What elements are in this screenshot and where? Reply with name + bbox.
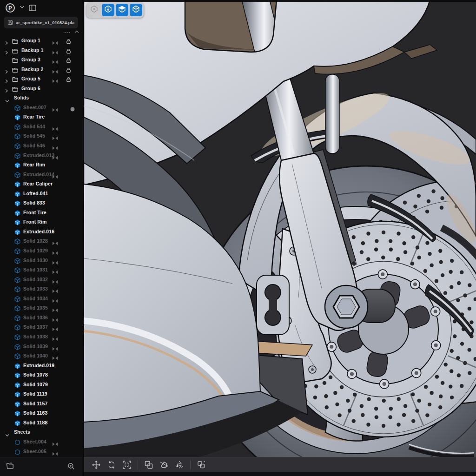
hidden-icon[interactable] <box>52 450 58 457</box>
tree-row-rear-caliper[interactable]: Rear Caliper <box>0 179 82 189</box>
tree-row-solid-1188[interactable]: Solid 1188 <box>0 418 82 428</box>
tree-row-solid-1038[interactable]: Solid 1038 <box>0 332 82 342</box>
tree-row-solid-1035[interactable]: Solid 1035 <box>0 303 82 313</box>
ellipsis-icon[interactable] <box>64 27 70 35</box>
zoom-search-icon[interactable] <box>67 463 75 472</box>
selection-mode-face-button[interactable] <box>116 4 128 16</box>
panel-toggle-icon[interactable] <box>29 5 36 11</box>
selection-mode-edge-button[interactable] <box>102 4 114 16</box>
tree-row-solid-1079[interactable]: Solid 1079 <box>0 380 82 390</box>
tree-actions <box>64 28 79 34</box>
tree-row-backup-2[interactable]: Backup 2 <box>0 65 82 74</box>
tree-row-solid-1037[interactable]: Solid 1037 <box>0 322 82 332</box>
array-button[interactable] <box>194 459 208 471</box>
tree-row-solid-544[interactable]: Solid 544 <box>0 122 82 132</box>
tree-item-label: Backup 1 <box>21 47 44 53</box>
selection-mode-solid-button[interactable] <box>130 4 142 16</box>
solid-cube-icon <box>14 200 20 208</box>
viewport-bottom-edge <box>84 472 476 476</box>
tree-row-solid-1030[interactable]: Solid 1030 <box>0 256 82 265</box>
tree-item-label: Solid 546 <box>23 143 45 148</box>
viewport-3d-scene[interactable] <box>84 0 476 476</box>
move-button[interactable] <box>89 459 103 471</box>
tree-item-label: Lofted.041 <box>23 191 48 196</box>
tree-row-front-tire[interactable]: Front Tire <box>0 208 82 218</box>
tree-item-label: Group 5 <box>21 76 40 81</box>
app-window: P ar_sportbike_v1_010824.pla... Group 1B… <box>0 0 476 476</box>
lock-icon[interactable] <box>66 76 71 84</box>
solid-cube-icon <box>14 191 20 199</box>
solid-cube-icon <box>14 258 20 266</box>
tree-row-lofted-041[interactable]: Lofted.041 <box>0 189 82 198</box>
tree-item-label: Front Rim <box>23 219 46 225</box>
mirror-button[interactable] <box>172 459 186 471</box>
tree-row-front-rim[interactable]: Front Rim <box>0 217 82 227</box>
lock-icon[interactable] <box>66 47 71 56</box>
tree-row-solid-1028[interactable]: Solid 1028 <box>0 236 82 246</box>
tree-row-solid-1036[interactable]: Solid 1036 <box>0 313 82 323</box>
boolean-button[interactable] <box>142 459 156 471</box>
tree-row-solids[interactable]: Solids <box>0 93 82 103</box>
tree-row-solid-1031[interactable]: Solid 1031 <box>0 265 82 275</box>
solid-cube-icon <box>14 172 20 180</box>
toolbar-separator <box>138 460 138 469</box>
tree-row-solid-546[interactable]: Solid 546 <box>0 141 82 151</box>
tree-item-label: Solid 1039 <box>23 344 48 349</box>
tree-row-backup-1[interactable]: Backup 1 <box>0 46 82 55</box>
tree-item-label: Sheet.004 <box>23 439 46 444</box>
tree-row-group-1[interactable]: Group 1 <box>0 36 82 46</box>
tree-row-solid-1029[interactable]: Solid 1029 <box>0 246 82 256</box>
lock-icon[interactable] <box>66 38 71 46</box>
tree-row-rear-tire[interactable]: Rear Tire <box>0 112 82 122</box>
tree-item-label: Solid 1036 <box>23 315 48 320</box>
solid-cube-icon <box>14 391 20 399</box>
scale-button[interactable] <box>120 459 134 471</box>
tree-row-solid-1032[interactable]: Solid 1032 <box>0 275 82 284</box>
boolean-icon <box>144 460 153 469</box>
outliner-tree: Group 1Backup 1Group 3Backup 2Group 5Gro… <box>0 36 82 457</box>
cut-button[interactable] <box>157 459 171 471</box>
tree-item-label: Extruded.019 <box>23 363 54 368</box>
app-logo[interactable]: P <box>6 3 15 13</box>
tree-row-solid-1034[interactable]: Solid 1034 <box>0 294 82 304</box>
tree-row-solid-833[interactable]: Solid 833 <box>0 198 82 208</box>
lock-icon[interactable] <box>66 66 71 75</box>
tree-row-sheets[interactable]: Sheets <box>0 427 82 437</box>
chevron-up-icon[interactable] <box>74 27 79 35</box>
tree-row-group-3[interactable]: Group 3 <box>0 55 82 65</box>
tree-row-solid-1078[interactable]: Solid 1078 <box>0 370 82 380</box>
tree-row-sheet-007[interactable]: Sheet.007 <box>0 103 82 112</box>
lock-icon[interactable] <box>66 57 71 65</box>
solid-cube-icon <box>14 353 20 361</box>
tree-row-rear-rim[interactable]: Rear Rim <box>0 160 82 170</box>
tree-row-solid-1033[interactable]: Solid 1033 <box>0 284 82 294</box>
tree-item-label: Solid 1028 <box>23 238 48 244</box>
new-group-icon[interactable] <box>6 463 14 471</box>
tree-row-solid-1163[interactable]: Solid 1163 <box>0 408 82 418</box>
tree-row-solid-545[interactable]: Solid 545 <box>0 131 82 141</box>
selection-mode-control-point-button[interactable] <box>88 4 100 16</box>
rotate-button[interactable] <box>105 459 119 471</box>
tree-row-solid-1119[interactable]: Solid 1119 <box>0 389 82 399</box>
solid-cube-icon <box>14 162 20 170</box>
tree-row-solid-1157[interactable]: Solid 1157 <box>0 399 82 409</box>
solid-cube-icon <box>14 401 20 409</box>
toolbar-separator <box>190 460 191 469</box>
chevron-down-icon[interactable] <box>20 5 25 9</box>
tree-row-sheet-005[interactable]: Sheet.005 <box>0 447 82 456</box>
solid-cube-icon <box>14 315 20 323</box>
tree-row-solid-1039[interactable]: Solid 1039 <box>0 342 82 351</box>
tree-row-extruded-016[interactable]: Extruded.016 <box>0 227 82 237</box>
tree-row-extruded-014[interactable]: Extruded.014 <box>0 170 82 179</box>
sidebar: P ar_sportbike_v1_010824.pla... Group 1B… <box>0 0 84 476</box>
tree-row-sheet-004[interactable]: Sheet.004 <box>0 437 82 447</box>
tree-row-extruded-013[interactable]: Extruded.013 <box>0 151 82 160</box>
tree-row-group-5[interactable]: Group 5 <box>0 74 82 84</box>
solid-cube-icon <box>14 324 20 332</box>
viewport[interactable] <box>84 0 476 476</box>
tree-item-label: Solid 1188 <box>23 420 47 425</box>
tree-row-group-6[interactable]: Group 6 <box>0 84 82 93</box>
folder-icon <box>12 47 18 56</box>
tree-row-extruded-019[interactable]: Extruded.019 <box>0 361 82 370</box>
tree-row-solid-1040[interactable]: Solid 1040 <box>0 351 82 361</box>
